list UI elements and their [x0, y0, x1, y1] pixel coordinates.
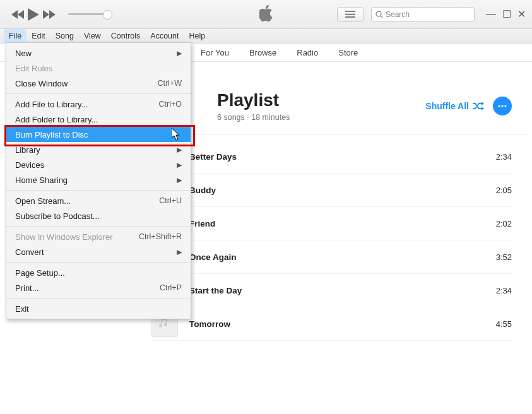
menu-view[interactable]: View	[79, 29, 106, 43]
menu-shortcut: Ctrl+W	[157, 79, 182, 88]
song-name: Buddy	[189, 186, 216, 195]
song-name: Better Days	[189, 152, 237, 162]
submenu-arrow-icon: ▶	[177, 49, 182, 57]
menu-item-add-file-to-library[interactable]: Add File to Library...Ctrl+O	[6, 97, 191, 112]
main-content: Playlist 6 songs · 18 minutes Shuffle Al…	[141, 60, 527, 408]
menu-item-convert[interactable]: Convert▶	[6, 244, 191, 259]
shuffle-label: Shuffle All	[425, 101, 469, 111]
menu-item-label: Subscribe to Podcast...	[15, 211, 100, 221]
menu-song[interactable]: Song	[50, 29, 79, 43]
song-duration: 2:02	[496, 219, 512, 228]
menu-item-add-folder-to-library[interactable]: Add Folder to Library...	[6, 112, 191, 127]
menu-item-new[interactable]: New▶	[6, 45, 191, 61]
shuffle-icon	[473, 102, 484, 110]
song-row[interactable]: Friend2:02	[151, 207, 512, 240]
menu-item-burn-playlist-to-disc[interactable]: Burn Playlist to Disc	[6, 127, 191, 142]
menu-item-show-in-windows-explorer: Show in Windows ExplorerCtrl+Shift+R	[6, 229, 191, 244]
menu-item-close-window[interactable]: Close WindowCtrl+W	[6, 76, 191, 91]
song-row[interactable]: Start the Day2:34	[151, 274, 512, 307]
search-icon	[375, 11, 383, 18]
song-duration: 2:34	[496, 286, 512, 295]
song-duration: 2:34	[496, 152, 512, 162]
song-row[interactable]: Once Again3:52	[151, 240, 512, 274]
playlist-title: Playlist	[217, 90, 290, 110]
svg-line-1	[381, 16, 382, 18]
menu-item-devices[interactable]: Devices▶	[6, 157, 191, 172]
song-name: Once Again	[189, 252, 237, 262]
menu-item-label: Add File to Library...	[15, 100, 88, 109]
menubar: FileEditSongViewControlsAccountHelp	[0, 29, 532, 44]
menu-item-open-stream[interactable]: Open Stream...Ctrl+U	[6, 193, 191, 208]
menu-separator	[6, 262, 191, 263]
menu-item-home-sharing[interactable]: Home Sharing▶	[6, 172, 191, 187]
playlist-header: Playlist 6 songs · 18 minutes Shuffle Al…	[141, 60, 527, 135]
menu-item-label: Page Setup...	[15, 268, 65, 278]
window-controls: — ☐ ✕	[486, 8, 526, 20]
minimize-button[interactable]: —	[486, 8, 496, 20]
menu-item-label: Open Stream...	[15, 196, 71, 206]
svg-point-4	[504, 105, 506, 107]
file-menu-dropdown: New▶Edit RulesClose WindowCtrl+WAdd File…	[6, 42, 191, 319]
menu-shortcut: Ctrl+U	[159, 196, 182, 205]
menu-item-edit-rules: Edit Rules	[6, 61, 191, 76]
tab-radio[interactable]: Radio	[287, 44, 328, 61]
menu-file[interactable]: File	[4, 29, 27, 43]
search-input[interactable]: Search	[371, 7, 475, 22]
menu-item-page-setup[interactable]: Page Setup...	[6, 265, 191, 280]
tab-for-you[interactable]: For You	[191, 44, 239, 61]
menu-separator	[6, 93, 191, 94]
maximize-button[interactable]: ☐	[502, 8, 511, 20]
menu-item-label: Print...	[15, 283, 39, 293]
svg-point-3	[501, 105, 503, 107]
search-placeholder: Search	[386, 10, 410, 19]
menu-item-label: Edit Rules	[15, 64, 52, 73]
menu-item-label: Library	[15, 145, 40, 155]
volume-slider[interactable]	[68, 13, 112, 15]
song-row[interactable]: Buddy2:05	[151, 174, 512, 207]
song-name: Start the Day	[189, 286, 242, 295]
next-track-button[interactable]	[43, 10, 56, 19]
menu-shortcut: Ctrl+O	[159, 100, 182, 109]
menu-item-label: Home Sharing	[15, 175, 68, 185]
menu-item-print[interactable]: Print...Ctrl+P	[6, 280, 191, 295]
tab-browse[interactable]: Browse	[239, 44, 287, 61]
song-name: Friend	[189, 219, 215, 228]
menu-item-label: Close Window	[15, 79, 68, 88]
apple-logo-icon	[259, 5, 273, 23]
song-row[interactable]: Tomorrow4:55	[151, 307, 512, 341]
prev-track-button[interactable]	[11, 10, 24, 19]
menu-separator	[6, 190, 191, 191]
playback-controls	[0, 8, 112, 21]
song-duration: 2:05	[496, 186, 512, 195]
song-row[interactable]: Better Days2:34	[151, 140, 512, 174]
tab-store[interactable]: Store	[328, 44, 368, 61]
ellipsis-icon	[498, 105, 507, 107]
menu-item-exit[interactable]: Exit	[6, 301, 191, 316]
play-button[interactable]	[28, 8, 39, 21]
menu-item-subscribe-to-podcast[interactable]: Subscribe to Podcast...	[6, 208, 191, 223]
up-next-button[interactable]	[337, 7, 364, 22]
menu-item-label: Burn Playlist to Disc	[15, 130, 88, 139]
menu-help[interactable]: Help	[184, 29, 211, 43]
song-name: Tomorrow	[189, 319, 230, 329]
menu-controls[interactable]: Controls	[106, 29, 146, 43]
menu-account[interactable]: Account	[145, 29, 184, 43]
song-duration: 3:52	[496, 252, 512, 262]
menu-shortcut: Ctrl+Shift+R	[139, 232, 182, 241]
close-button[interactable]: ✕	[517, 8, 526, 20]
song-duration: 4:55	[496, 319, 512, 329]
menu-item-label: New	[15, 49, 32, 58]
menu-item-label: Show in Windows Explorer	[15, 232, 113, 242]
menu-edit[interactable]: Edit	[27, 29, 50, 43]
song-list: Better Days2:34Buddy2:05Friend2:02Once A…	[141, 135, 527, 341]
menu-item-label: Add Folder to Library...	[15, 115, 98, 124]
menu-shortcut: Ctrl+P	[160, 283, 182, 292]
submenu-arrow-icon: ▶	[177, 161, 182, 169]
svg-point-0	[376, 11, 381, 16]
menu-separator	[6, 298, 191, 299]
shuffle-all-button[interactable]: Shuffle All	[425, 101, 484, 111]
menu-item-label: Convert	[15, 247, 44, 257]
menu-item-library[interactable]: Library▶	[6, 142, 191, 157]
more-actions-button[interactable]	[493, 97, 512, 115]
menu-item-label: Exit	[15, 304, 29, 314]
